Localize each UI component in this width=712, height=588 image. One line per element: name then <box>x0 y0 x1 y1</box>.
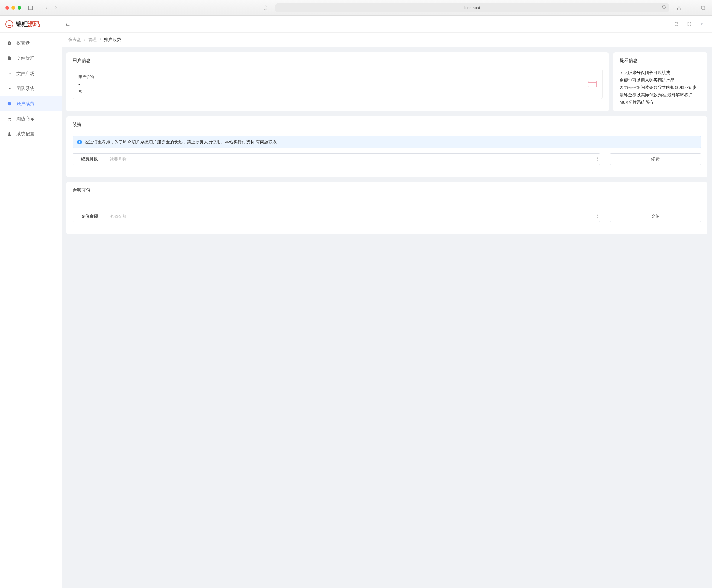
spinner-icon <box>7 101 12 106</box>
svg-point-13 <box>10 88 11 89</box>
credit-card-icon <box>588 81 597 87</box>
app-header: 锦鲤源码 ▼ <box>0 16 712 33</box>
sidebar-item-label: 周边商城 <box>16 116 35 122</box>
card-title: 用户信息 <box>72 58 603 63</box>
sidebar-item-label: 文件广场 <box>16 71 35 77</box>
card-title: 提示信息 <box>620 58 701 63</box>
new-tab-icon[interactable] <box>688 4 694 11</box>
app-logo[interactable]: 锦鲤源码 <box>0 20 62 28</box>
topup-amount-input-wrap: ▲▼ <box>106 211 600 222</box>
sidebar-item-files[interactable]: 文件管理 <box>0 51 62 66</box>
topup-button[interactable]: 充值 <box>610 211 701 222</box>
chevron-down-icon[interactable]: ⌄ <box>36 6 38 9</box>
sidebar-collapse-icon[interactable] <box>62 22 74 27</box>
dropdown-icon[interactable]: ▼ <box>699 22 704 27</box>
window-minimize-button[interactable] <box>12 6 15 10</box>
breadcrumb-current: 账户续费 <box>104 37 121 43</box>
info-alert: i 经过慎重考虑，为了MuX切片系统切片服务走的长远，禁止涉黄人员使用。本站实行… <box>72 136 701 148</box>
logo-text-b: 源码 <box>28 21 40 27</box>
nav-forward-icon[interactable] <box>53 4 59 11</box>
svg-rect-0 <box>28 6 33 10</box>
ellipsis-icon <box>7 86 12 91</box>
share-arrow-icon <box>7 71 12 76</box>
sidebar-item-label: 系统配置 <box>16 131 35 137</box>
cart-icon <box>7 116 12 121</box>
sidebar-item-dashboard[interactable]: 仪表盘 <box>0 36 62 51</box>
address-bar[interactable]: localhost <box>275 3 669 13</box>
sidebar-item-label: 文件管理 <box>16 56 35 61</box>
number-stepper[interactable]: ▲▼ <box>596 214 599 219</box>
info-icon: i <box>77 140 82 144</box>
breadcrumb-separator: / <box>84 38 85 42</box>
svg-rect-6 <box>702 7 705 10</box>
shield-icon[interactable] <box>262 4 269 11</box>
renew-months-input[interactable] <box>106 157 600 162</box>
tip-line: 最终金额以实际付款为准,最终解释权归MuX切片系统所有 <box>620 91 701 106</box>
topup-card: 余额充值 充值余额 ▲▼ 充值 <box>66 182 707 234</box>
window-close-button[interactable] <box>5 6 9 10</box>
user-icon <box>7 131 12 136</box>
gauge-icon <box>7 41 12 46</box>
card-title: 余额充值 <box>72 187 701 193</box>
svg-point-15 <box>9 120 9 121</box>
sidebar-item-team[interactable]: 团队系统 <box>0 81 62 96</box>
sidebar: 仪表盘 文件管理 文件广场 团队系统 账户续费 周边商城 系统配置 <box>0 33 62 588</box>
breadcrumb-separator: / <box>100 38 101 42</box>
card-title: 续费 <box>72 122 701 127</box>
share-icon[interactable] <box>676 4 683 11</box>
user-info-card: 用户信息 账户余额 - 元 <box>66 52 609 111</box>
tips-card: 提示信息 团队版账号仅团长可以续费 余额也可以用来购买周边产品 因为未仔细阅读条… <box>613 52 707 111</box>
tip-line: 因为未仔细阅读条款导致的扣款,概不负责 <box>620 84 701 91</box>
breadcrumb: 仪表盘 / 管理 / 账户续费 <box>62 33 712 47</box>
topup-amount-input[interactable] <box>106 214 600 219</box>
refresh-icon[interactable] <box>674 22 679 27</box>
nav-back-icon[interactable] <box>43 4 49 11</box>
main-content: 仪表盘 / 管理 / 账户续费 用户信息 账户余额 - 元 <box>62 33 712 588</box>
browser-toolbar: ⌄ localhost <box>0 0 712 16</box>
logo-mark-icon <box>5 20 13 28</box>
number-stepper[interactable]: ▲▼ <box>596 157 599 162</box>
sidebar-toggle-icon[interactable] <box>27 4 34 11</box>
renew-card: 续费 i 经过慎重考虑，为了MuX切片系统切片服务走的长远，禁止涉黄人员使用。本… <box>66 116 707 177</box>
sidebar-item-store[interactable]: 周边商城 <box>0 111 62 126</box>
svg-point-17 <box>8 132 10 134</box>
topup-amount-label: 充值余额 <box>72 211 106 222</box>
breadcrumb-section[interactable]: 管理 <box>88 37 97 43</box>
sidebar-item-renew[interactable]: 账户续费 <box>0 96 62 111</box>
sidebar-item-label: 仪表盘 <box>16 41 30 46</box>
sidebar-item-label: 账户续费 <box>16 101 35 107</box>
svg-rect-7 <box>701 6 705 9</box>
svg-point-14 <box>8 102 11 105</box>
renew-months-label: 续费月数 <box>72 153 106 165</box>
logo-text: 锦鲤源码 <box>16 20 40 28</box>
balance-unit: 元 <box>78 88 94 94</box>
reload-icon[interactable] <box>662 5 666 10</box>
window-fullscreen-button[interactable] <box>18 6 21 10</box>
renew-months-input-wrap: ▲▼ <box>106 153 600 165</box>
renew-button[interactable]: 续费 <box>610 153 701 165</box>
sidebar-item-plaza[interactable]: 文件广场 <box>0 66 62 81</box>
logo-text-a: 锦鲤 <box>16 21 28 27</box>
svg-point-16 <box>10 120 11 121</box>
balance-box: 账户余额 - 元 <box>72 69 603 99</box>
fullscreen-icon[interactable] <box>687 22 691 27</box>
tabs-overview-icon[interactable] <box>700 4 707 11</box>
svg-point-11 <box>7 88 8 89</box>
svg-point-12 <box>9 88 10 89</box>
balance-value: - <box>78 81 94 88</box>
breadcrumb-root[interactable]: 仪表盘 <box>68 37 81 43</box>
sidebar-item-settings[interactable]: 系统配置 <box>0 126 62 141</box>
traffic-lights <box>5 6 21 10</box>
file-icon <box>7 56 12 61</box>
alert-text: 经过慎重考虑，为了MuX切片系统切片服务走的长远，禁止涉黄人员使用。本站实行付费… <box>85 139 277 145</box>
tip-line: 团队版账号仅团长可以续费 <box>620 69 701 77</box>
sidebar-item-label: 团队系统 <box>16 86 35 91</box>
tip-line: 余额也可以用来购买周边产品 <box>620 77 701 84</box>
url-text: localhost <box>464 5 480 10</box>
balance-label: 账户余额 <box>78 74 94 80</box>
